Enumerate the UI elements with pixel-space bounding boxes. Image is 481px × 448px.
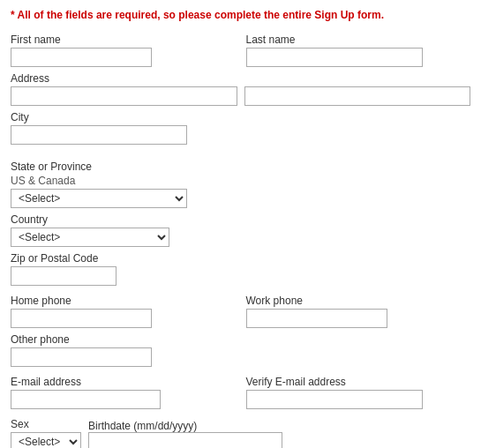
- first-name-col: First name: [11, 28, 236, 67]
- address-label: Address: [11, 72, 470, 85]
- last-name-input[interactable]: [246, 48, 423, 67]
- state-sub-label: US & Canada: [11, 175, 470, 187]
- country-select[interactable]: <Select>: [11, 228, 169, 247]
- city-label: City: [11, 111, 470, 123]
- email-row: E-mail address Verify E-mail address: [11, 370, 470, 409]
- address-row: [11, 86, 470, 106]
- zip-section: Zip or Postal Code: [11, 252, 470, 286]
- required-note-text: All of the fields are required, so pleas…: [15, 9, 384, 21]
- state-section: State or Province US & Canada <Select>: [11, 161, 470, 208]
- country-label: Country: [11, 213, 470, 226]
- required-note: * All of the fields are required, so ple…: [11, 9, 470, 21]
- city-input[interactable]: [11, 125, 187, 145]
- state-select[interactable]: <Select>: [11, 189, 187, 208]
- other-phone-input[interactable]: [11, 347, 152, 367]
- last-name-label: Last name: [246, 34, 471, 46]
- city-section: City: [11, 111, 470, 145]
- home-phone-input[interactable]: [11, 309, 152, 328]
- verify-email-col: Verify E-mail address: [246, 370, 471, 409]
- home-phone-col: Home phone: [11, 289, 236, 328]
- sex-label: Sex: [11, 418, 81, 430]
- last-name-col: Last name: [246, 28, 471, 67]
- country-section: Country <Select>: [11, 213, 470, 247]
- first-name-input[interactable]: [11, 48, 152, 67]
- birthdate-col: Birthdate (mm/dd/yyyy): [88, 420, 470, 448]
- work-phone-input[interactable]: [246, 309, 387, 328]
- sex-select[interactable]: <Select>: [11, 432, 81, 448]
- email-label: E-mail address: [11, 376, 236, 388]
- work-phone-col: Work phone: [246, 289, 471, 328]
- birthdate-label: Birthdate (mm/dd/yyyy): [88, 420, 467, 432]
- other-phone-section: Other phone: [11, 333, 470, 367]
- address-section: Address: [11, 72, 470, 106]
- sex-birth-row: Sex <Select> Birthdate (mm/dd/yyyy): [11, 413, 470, 448]
- home-phone-label: Home phone: [11, 295, 236, 307]
- first-name-label: First name: [11, 34, 236, 46]
- address-input-1[interactable]: [11, 86, 237, 106]
- verify-email-input[interactable]: [246, 390, 423, 409]
- state-label: State or Province: [11, 161, 470, 173]
- email-input[interactable]: [11, 390, 161, 409]
- zip-label: Zip or Postal Code: [11, 252, 470, 265]
- name-section: First name Last name: [11, 28, 470, 67]
- other-phone-label: Other phone: [11, 333, 470, 346]
- address-input-2[interactable]: [244, 86, 471, 106]
- work-phone-label: Work phone: [246, 295, 471, 307]
- verify-email-label: Verify E-mail address: [246, 376, 471, 388]
- phone-row: Home phone Work phone: [11, 289, 470, 328]
- birthdate-input[interactable]: [88, 432, 282, 448]
- zip-input[interactable]: [11, 266, 116, 286]
- sex-col: Sex <Select>: [11, 413, 81, 448]
- email-col: E-mail address: [11, 370, 236, 409]
